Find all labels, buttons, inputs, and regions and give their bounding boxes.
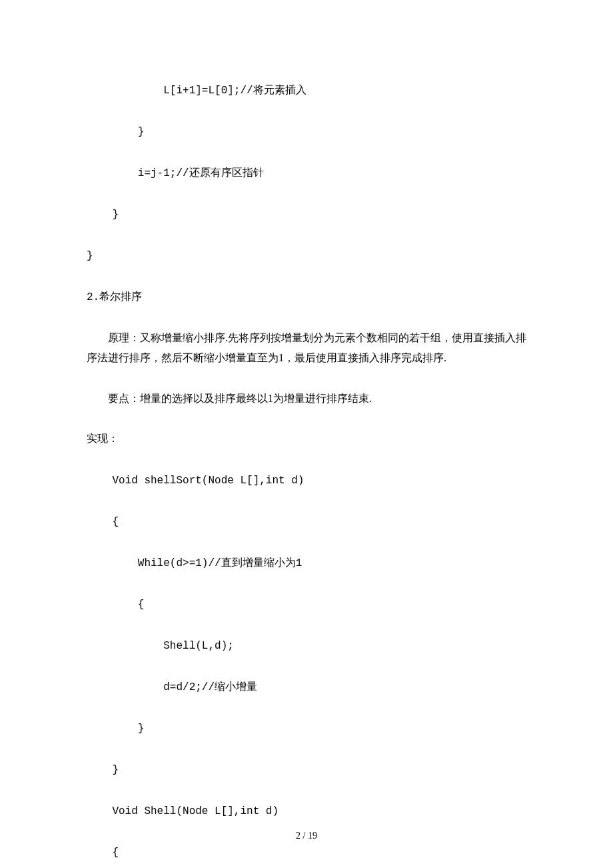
code-line: }	[87, 204, 526, 225]
code-line: {	[87, 594, 526, 615]
code-line: Void Shell(Node L[],int d)	[87, 801, 526, 822]
section-heading: 2.希尔排序	[87, 287, 526, 308]
code-line: }	[87, 759, 526, 781]
code-line: d=d/2;//缩小增量	[87, 677, 526, 698]
code-line: i=j-1;//还原有序区指针	[87, 163, 526, 184]
code-line: L[i+1]=L[0];//将元素插入	[87, 80, 526, 101]
paragraph: 实现：	[87, 429, 526, 450]
code-line: Void shellSort(Node L[],int d)	[87, 470, 526, 491]
code-line: {	[87, 511, 526, 533]
code-line: }	[87, 245, 526, 267]
code-line: Shell(L,d);	[87, 635, 526, 657]
page-number: 2 / 19	[0, 831, 613, 841]
code-line: }	[87, 121, 526, 143]
paragraph: 原理：又称增量缩小排序.先将序列按增量划分为元素个数相同的若干组，使用直接插入排…	[87, 328, 526, 369]
code-line: {	[87, 842, 526, 863]
document-content: L[i+1]=L[0];//将元素插入 } i=j-1;//还原有序区指针 } …	[87, 80, 526, 868]
code-line: While(d>=1)//直到增量缩小为1	[87, 553, 526, 574]
code-line: }	[87, 718, 526, 739]
paragraph: 要点：增量的选择以及排序最终以1为增量进行排序结束.	[87, 389, 526, 409]
